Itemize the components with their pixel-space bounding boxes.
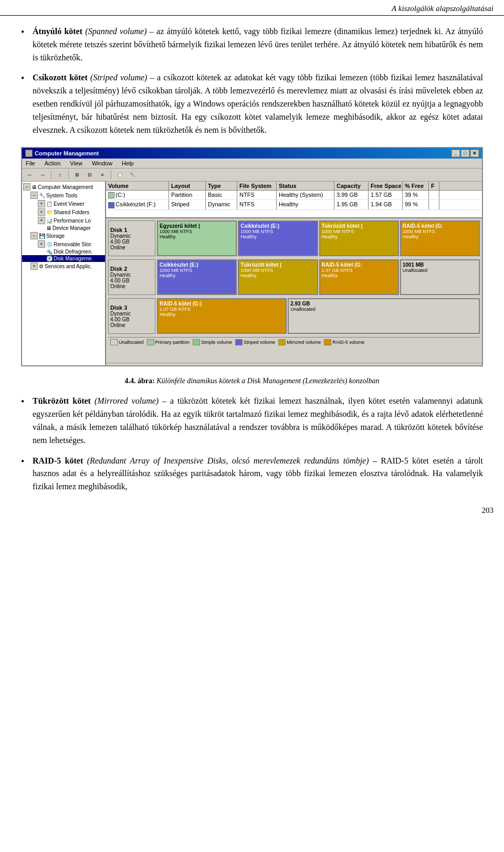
disk2-part4[interactable]: 1001 MB Unallocated xyxy=(400,259,480,295)
toolbar-up[interactable]: ↑ xyxy=(54,170,66,180)
tree-item-defrag[interactable]: 🔩 Disk Defragmen. xyxy=(22,248,105,255)
legend-mirrored: Mirrored volume xyxy=(278,339,321,345)
tree-item-systemtools[interactable]: − 🔧 System Tools xyxy=(22,191,105,199)
window-controls[interactable]: _ □ ✕ xyxy=(452,150,479,157)
tree-item-root[interactable]: − 🖥 Computer Management xyxy=(22,183,105,191)
bullet-csikozott-text: Csíkozott kötet (Striped volume) – a csí… xyxy=(33,71,483,136)
disk2-part3[interactable]: RAID-5 kötet (G: 1.07 GB NTFS Healthy xyxy=(319,259,399,295)
tree-expander-performance[interactable]: + xyxy=(38,217,45,224)
legend-simple: Simple volume xyxy=(193,339,232,345)
csikozott-bold: Csíkozott kötet xyxy=(33,73,88,82)
maximize-button[interactable]: □ xyxy=(461,150,469,157)
vol-c-layout: Partition xyxy=(169,191,206,199)
menu-window[interactable]: Window xyxy=(90,160,114,167)
tree-item-eventviewer[interactable]: + 📋 Event Viewer xyxy=(22,199,105,208)
disk2-p1-label: Csíkkészlet (E:) xyxy=(160,262,234,268)
col-volume: Volume xyxy=(106,182,169,190)
disk1-p4-detail: 1000 MB NTFS xyxy=(403,229,477,234)
tree-expander-root[interactable]: − xyxy=(23,183,30,191)
menu-view[interactable]: View xyxy=(68,160,84,167)
disk3-part1[interactable]: RAID-5 kötet (G:) 1.07 GB NTFS Healthy xyxy=(157,298,287,334)
vol-f-status: Healthy xyxy=(277,200,334,209)
tree-label-systemtools: System Tools xyxy=(46,193,77,198)
toolbar-btn1[interactable]: ⊞ xyxy=(71,170,83,180)
minimize-button[interactable]: _ xyxy=(452,150,460,157)
col-type: Type xyxy=(206,182,237,190)
tree-item-performance[interactable]: + 📊 Performance Lo xyxy=(22,216,105,225)
bullet-tukrozott: • Tükrözött kötet (Mirrored volume) – a … xyxy=(21,395,483,447)
vol-f-type: Dynamic xyxy=(206,200,237,209)
disk3-name: Disk 3 xyxy=(110,304,153,311)
volume-row-f[interactable]: Csíkkészlet (F:) Striped Dynamic NTFS He… xyxy=(106,200,482,209)
disk1-part3[interactable]: Tükrözött kötet ( 1000 MB NTFS Healthy xyxy=(319,220,399,256)
tree-item-sharedfolders[interactable]: + 📁 Shared Folders xyxy=(22,208,105,216)
disk1-p2-label: Csíkkészlet (E:) xyxy=(240,223,315,229)
menu-bar: File Action View Window Help xyxy=(22,159,482,169)
caption-number: 4.4. ábra: xyxy=(125,377,155,385)
toolbar-btn5[interactable]: 🔧 xyxy=(127,170,138,180)
disk1-p4-label: RAID-5 kötet (G: xyxy=(403,223,477,229)
toolbar-back[interactable]: ← xyxy=(24,170,36,180)
volume-row-c[interactable]: (C:) Partition Basic NTFS Healthy (Syste… xyxy=(106,191,482,200)
disk1-p2-detail: 1000 MB NTFS xyxy=(240,229,315,234)
disk1-part2[interactable]: Csíkkészlet (E:) 1000 MB NTFS Healthy xyxy=(238,220,318,256)
raid5-italic: (Redundant Array of Inexpensive Disks, o… xyxy=(87,456,369,465)
screenshot-window: Computer Management _ □ ✕ File Action Vi… xyxy=(21,147,483,366)
toolbar-btn4[interactable]: 📋 xyxy=(114,170,125,180)
disk2-p4-size: 1001 MB xyxy=(403,262,477,268)
col-f: F xyxy=(429,182,439,190)
legend-raid5-box xyxy=(324,339,331,345)
bullet-marker3: • xyxy=(21,395,33,447)
legend-striped: Striped volume xyxy=(235,339,275,345)
disk3-part2[interactable]: 2.93 GB Unallocated xyxy=(288,298,480,334)
vol-c-fs: NTFS xyxy=(237,191,277,199)
col-free: Free Space xyxy=(369,182,403,190)
tree-label-sharedfolders: Shared Folders xyxy=(54,209,89,215)
vol-f-name: Csíkkészlet (F:) xyxy=(106,200,169,209)
tree-item-services[interactable]: + ⚙ Services and Applic. xyxy=(22,262,105,270)
toolbar-btn3[interactable]: ≡ xyxy=(97,170,108,180)
disk3-partitions: RAID-5 kötet (G:) 1.07 GB NTFS Healthy 2… xyxy=(157,298,480,334)
tree-item-storage[interactable]: − 💾 Storage xyxy=(22,232,105,240)
menu-file[interactable]: File xyxy=(24,160,37,167)
tree-expander-removable[interactable]: + xyxy=(38,240,45,248)
bullet-csikozott: • Csíkozott kötet (Striped volume) – a c… xyxy=(21,71,483,136)
disk1-p1-label: Egyszerű kötet ( xyxy=(160,223,234,229)
app-icon xyxy=(25,150,33,157)
disk2-part2[interactable]: Tükrözött kötet ( 1000 MB NTFS Healthy xyxy=(238,259,318,295)
disk1-p3-status: Healthy xyxy=(322,234,396,239)
toolbar-forward[interactable]: → xyxy=(37,170,48,180)
toolbar-btn2[interactable]: ⊟ xyxy=(84,170,96,180)
tree-label-eventviewer: Event Viewer xyxy=(54,201,85,207)
disk1-part4[interactable]: RAID-5 kötet (G: 1000 MB NTFS Healthy xyxy=(400,220,480,256)
bullet-marker2: • xyxy=(21,71,33,136)
disk2-part1[interactable]: Csíkkészlet (E:) 1000 MB NTFS Healthy xyxy=(157,259,237,295)
disk-area: Disk 1 Dynamic 4.00 GB Online Egyszerű k… xyxy=(106,218,482,363)
tree-expander-storage[interactable]: − xyxy=(30,232,38,239)
legend-unalloc: Unallocated xyxy=(110,339,144,345)
tree-expander-systemtools[interactable]: − xyxy=(30,192,38,199)
bullet-raid5: • RAID-5 kötet (Redundant Array of Inexp… xyxy=(21,455,483,493)
disk1-part1[interactable]: Egyszerű kötet ( 1000 MB NTFS Healthy xyxy=(157,220,237,256)
tree-item-diskmgmt[interactable]: 💽 Disk Manageme. xyxy=(22,255,105,262)
volume-header: Volume Layout Type File System Status Ca… xyxy=(106,182,482,191)
tree-icon-services: ⚙ xyxy=(39,264,44,269)
disk-legend: Unallocated Primary partition Simple vol… xyxy=(108,337,480,347)
legend-simple-box xyxy=(193,339,200,345)
legend-striped-label: Striped volume xyxy=(244,340,275,345)
menu-action[interactable]: Action xyxy=(43,160,62,167)
tree-expander-services[interactable]: + xyxy=(30,262,38,270)
menu-help[interactable]: Help xyxy=(120,160,135,167)
col-fs: File System xyxy=(237,182,277,190)
vol-c-pct: 39 % xyxy=(403,191,429,199)
tree-expander-eventviewer[interactable]: + xyxy=(38,200,45,207)
tree-item-devicemgr[interactable]: 🖥 Device Manager xyxy=(22,225,105,232)
disk3-type: Dynamic xyxy=(110,311,153,317)
tree-expander-sharedfolders[interactable]: + xyxy=(38,208,45,216)
tree-item-removable[interactable]: + 💿 Removable Stor. xyxy=(22,240,105,248)
titlebar-left: Computer Management xyxy=(25,150,99,157)
header-title: A kiszolgálók alapszolgáltatásai xyxy=(392,4,494,13)
legend-primary-box xyxy=(147,339,154,345)
close-button[interactable]: ✕ xyxy=(470,150,479,157)
disk-row-2: Disk 2 Dynamic 4.00 GB Online Csíkkészle… xyxy=(108,259,480,295)
